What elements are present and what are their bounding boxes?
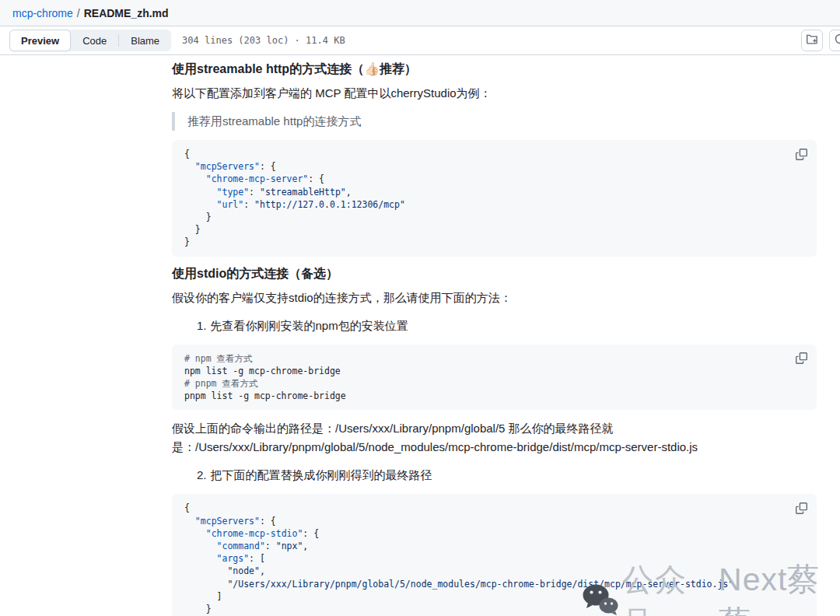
section-heading-streamable-http: 使用streamable http的方式连接（👍🏻推荐） xyxy=(172,61,817,77)
code-line: "mcpServers": { xyxy=(184,515,804,527)
file-meta: 304 lines (203 loc) · 11.4 KB xyxy=(182,35,345,46)
code-block-npm-lookup: # npm 查看方式npm list -g mcp-chrome-bridge#… xyxy=(172,345,817,411)
breadcrumb-filename: README_zh.md xyxy=(84,7,169,19)
code-line: "type": "streamableHttp", xyxy=(184,186,804,198)
code-line: "chrome-mcp-stdio": { xyxy=(184,527,804,540)
edit-icon xyxy=(834,33,840,48)
copy-icon xyxy=(796,352,807,367)
copy-icon xyxy=(796,502,807,517)
list-item: 1. 先查看你刚刚安装的npm包的安装位置 xyxy=(197,317,817,335)
code-block-streamable-http-json: { "mcpServers": { "chrome-mcp-server": {… xyxy=(172,140,817,257)
tab-blame[interactable]: Blame xyxy=(119,30,171,51)
paragraph-path-explanation: 假设上面的命令输出的路径是：/Users/xxx/Library/pnpm/gl… xyxy=(172,419,817,457)
ordered-list-step1: 1. 先查看你刚刚安装的npm包的安装位置 xyxy=(172,317,817,335)
copy-icon xyxy=(796,149,807,163)
code-line: "url": "http://127.0.0.1:12306/mcp" xyxy=(184,198,804,211)
code-line: } xyxy=(184,603,804,615)
code-line: "chrome-mcp-server": { xyxy=(184,173,804,185)
code-line: } xyxy=(184,223,804,236)
list-marker: 2. xyxy=(197,466,207,485)
list-marker: 1. xyxy=(197,317,207,335)
code-line: } xyxy=(184,211,804,223)
code-line: pnpm list -g mcp-chrome-bridge xyxy=(184,390,804,402)
copy-button[interactable] xyxy=(792,351,810,369)
breadcrumb: mcp-chrome / README_zh.md xyxy=(0,0,840,26)
code-line: "command": "npx", xyxy=(184,540,804,552)
code-line: # npm 查看方式 xyxy=(184,352,804,365)
list-item: 2. 把下面的配置替换成你刚刚得到的最终路径 xyxy=(197,466,817,485)
tab-preview[interactable]: Preview xyxy=(9,30,71,51)
breadcrumb-repo-link[interactable]: mcp-chrome xyxy=(12,7,73,19)
code-line: npm list -g mcp-chrome-bridge xyxy=(184,365,804,377)
breadcrumb-separator: / xyxy=(77,7,80,19)
code-line: "args": [ xyxy=(184,552,804,565)
path-line-2: 是：/Users/xxx/Library/pnpm/global/5/node_… xyxy=(172,440,698,453)
tab-code[interactable]: Code xyxy=(71,30,118,51)
markdown-body: 使用streamable http的方式连接（👍🏻推荐） 将以下配置添加到客户端… xyxy=(172,55,817,616)
copy-button[interactable] xyxy=(792,146,810,165)
view-switcher: Preview Code Blame xyxy=(9,30,171,51)
code-line: ] xyxy=(184,590,804,603)
ordered-list-step2: 2. 把下面的配置替换成你刚刚得到的最终路径 xyxy=(172,466,817,485)
list-item-text: 先查看你刚刚安装的npm包的安装位置 xyxy=(211,317,408,335)
blockquote-recommendation: 推荐用streamable http的连接方式 xyxy=(172,112,817,131)
code-line: { xyxy=(184,502,804,514)
add-file-button[interactable] xyxy=(801,30,823,51)
code-block-stdio-json: { "mcpServers": { "chrome-mcp-stdio": { … xyxy=(172,494,817,616)
code-line: "mcpServers": { xyxy=(184,160,804,173)
path-line-1: 假设上面的命令输出的路径是：/Users/xxx/Library/pnpm/gl… xyxy=(172,422,614,435)
copy-button[interactable] xyxy=(792,500,810,519)
paragraph-stdio-intro: 假设你的客户端仅支持stdio的连接方式，那么请使用下面的方法： xyxy=(172,289,817,307)
file-actions xyxy=(801,30,840,51)
file-header: Preview Code Blame 304 lines (203 loc) ·… xyxy=(0,26,840,55)
edit-file-button[interactable] xyxy=(829,30,840,51)
code-line: "node", xyxy=(184,565,804,577)
section-heading-stdio: 使用stdio的方式连接（备选） xyxy=(172,266,817,282)
code-line: "/Users/xxx/Library/pnpm/global/5/node_m… xyxy=(184,578,804,590)
folder-plus-icon xyxy=(806,33,818,48)
code-line: { xyxy=(184,148,804,160)
list-item-text: 把下面的配置替换成你刚刚得到的最终路径 xyxy=(211,466,432,485)
code-line: # pnpm 查看方式 xyxy=(184,377,804,390)
code-line: } xyxy=(184,236,804,248)
paragraph-config-intro: 将以下配置添加到客户端的 MCP 配置中以cherryStudio为例： xyxy=(172,84,817,103)
